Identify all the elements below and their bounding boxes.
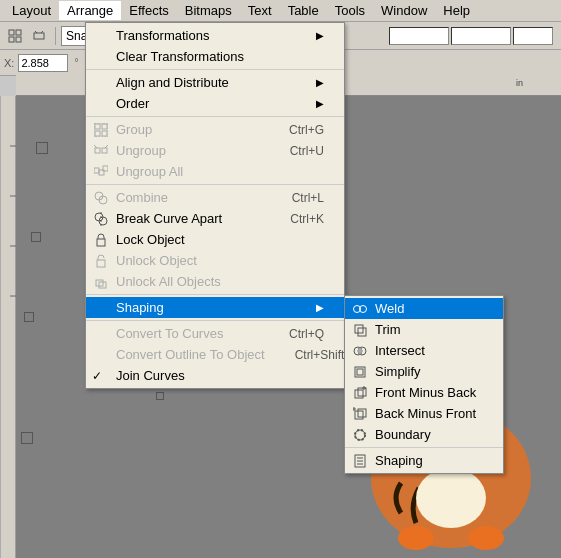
canvas-shape-2 bbox=[31, 232, 41, 242]
canvas-shape-3 bbox=[24, 312, 34, 322]
intersect-icon bbox=[351, 342, 369, 360]
align-distribute-arrow: ▶ bbox=[316, 77, 324, 88]
boundary-icon bbox=[351, 426, 369, 444]
front-minus-back-label: Front Minus Back bbox=[375, 385, 476, 400]
group-label: Group bbox=[116, 122, 152, 137]
submenu-boundary[interactable]: Boundary bbox=[345, 424, 503, 445]
ungroup-label: Ungroup bbox=[116, 143, 166, 158]
clear-transformations-label: Clear Transformations bbox=[116, 49, 244, 64]
submenu-back-minus-front[interactable]: Back Minus Front bbox=[345, 403, 503, 424]
trim-icon bbox=[351, 321, 369, 339]
coord-x-unit: ° bbox=[74, 57, 78, 68]
ruler-input-3 bbox=[513, 27, 553, 45]
submenu-weld[interactable]: Weld bbox=[345, 298, 503, 319]
menu-convert-outline[interactable]: Convert Outline To Object Ctrl+Shift+Q bbox=[86, 344, 344, 365]
menu-break-curve[interactable]: Break Curve Apart Ctrl+K bbox=[86, 208, 344, 229]
svg-point-73 bbox=[355, 430, 365, 440]
menu-table[interactable]: Table bbox=[280, 1, 327, 20]
menu-ungroup-all[interactable]: Ungroup All bbox=[86, 161, 344, 182]
lock-icon bbox=[92, 231, 110, 249]
sep-5 bbox=[86, 320, 344, 321]
intersect-label: Intersect bbox=[375, 343, 425, 358]
menu-layout[interactable]: Layout bbox=[4, 1, 59, 20]
coord-x-icon: X: bbox=[4, 57, 14, 69]
menu-shaping[interactable]: Shaping ▶ Weld Trim bbox=[86, 297, 344, 318]
sep-4 bbox=[86, 294, 344, 295]
svg-rect-37 bbox=[102, 124, 107, 129]
menu-combine[interactable]: Combine Ctrl+L bbox=[86, 187, 344, 208]
shaping-arrow: ▶ bbox=[316, 302, 324, 313]
front-minus-back-icon bbox=[351, 384, 369, 402]
menu-arrange[interactable]: Arrange bbox=[59, 1, 121, 20]
submenu-shaping-panel[interactable]: Shaping bbox=[345, 450, 503, 471]
ruler-input-2 bbox=[451, 27, 511, 45]
menu-tools[interactable]: Tools bbox=[327, 1, 373, 20]
svg-text:in: in bbox=[516, 78, 523, 88]
toolbar-btn-1[interactable] bbox=[4, 25, 26, 47]
menu-align-distribute[interactable]: Align and Distribute ▶ bbox=[86, 72, 344, 93]
group-icon bbox=[92, 121, 110, 139]
svg-rect-59 bbox=[355, 325, 363, 333]
svg-rect-45 bbox=[94, 168, 99, 173]
simplify-label: Simplify bbox=[375, 364, 421, 379]
canvas-shape-5 bbox=[156, 392, 164, 400]
menu-lock-object[interactable]: Lock Object bbox=[86, 229, 344, 250]
svg-rect-39 bbox=[102, 131, 107, 136]
left-ruler bbox=[0, 96, 16, 558]
sep-1 bbox=[55, 27, 56, 45]
menu-transformations[interactable]: Transformations ▶ bbox=[86, 25, 344, 46]
svg-rect-38 bbox=[95, 131, 100, 136]
menu-ungroup[interactable]: Ungroup Ctrl+U bbox=[86, 140, 344, 161]
svg-rect-40 bbox=[94, 123, 108, 137]
svg-rect-0 bbox=[9, 30, 14, 35]
transformations-arrow: ▶ bbox=[316, 30, 324, 41]
combine-label: Combine bbox=[116, 190, 168, 205]
shaping-panel-icon bbox=[351, 452, 369, 470]
arrange-menu: Transformations ▶ Clear Transformations … bbox=[85, 22, 345, 389]
shaping-panel-label: Shaping bbox=[375, 453, 423, 468]
menu-group[interactable]: Group Ctrl+G bbox=[86, 119, 344, 140]
menu-help[interactable]: Help bbox=[435, 1, 478, 20]
svg-rect-66 bbox=[358, 388, 366, 396]
svg-rect-69 bbox=[355, 411, 363, 419]
combine-shortcut: Ctrl+L bbox=[292, 191, 324, 205]
ungroup-all-icon bbox=[92, 163, 110, 181]
menu-join-curves[interactable]: ✓ Join Curves bbox=[86, 365, 344, 386]
break-curve-shortcut: Ctrl+K bbox=[290, 212, 324, 226]
join-curves-label: Join Curves bbox=[116, 368, 185, 383]
menu-window[interactable]: Window bbox=[373, 1, 435, 20]
toolbar-btn-2[interactable] bbox=[28, 25, 50, 47]
sep-3 bbox=[86, 184, 344, 185]
menu-bitmaps[interactable]: Bitmaps bbox=[177, 1, 240, 20]
svg-rect-36 bbox=[95, 124, 100, 129]
coord-x-value: 2.858 bbox=[21, 57, 49, 69]
svg-rect-53 bbox=[97, 239, 105, 246]
submenu-trim[interactable]: Trim bbox=[345, 319, 503, 340]
coord-x-field[interactable]: 2.858 bbox=[18, 54, 68, 72]
svg-point-33 bbox=[416, 468, 486, 528]
convert-curves-shortcut: Ctrl+Q bbox=[289, 327, 324, 341]
svg-rect-60 bbox=[358, 328, 366, 336]
menu-clear-transformations[interactable]: Clear Transformations bbox=[86, 46, 344, 67]
submenu-front-minus-back[interactable]: Front Minus Back bbox=[345, 382, 503, 403]
menu-unlock-object[interactable]: Unlock Object bbox=[86, 250, 344, 271]
menu-effects[interactable]: Effects bbox=[121, 1, 177, 20]
shaping-sep bbox=[345, 447, 503, 448]
svg-rect-2 bbox=[9, 37, 14, 42]
canvas-shape-4 bbox=[21, 432, 33, 444]
svg-rect-3 bbox=[16, 37, 21, 42]
menu-unlock-all[interactable]: Unlock All Objects bbox=[86, 271, 344, 292]
boundary-label: Boundary bbox=[375, 427, 431, 442]
break-curve-icon bbox=[92, 210, 110, 228]
menu-convert-curves[interactable]: Convert To Curves Ctrl+Q bbox=[86, 323, 344, 344]
submenu-simplify[interactable]: Simplify bbox=[345, 361, 503, 382]
menu-text[interactable]: Text bbox=[240, 1, 280, 20]
combine-icon bbox=[92, 189, 110, 207]
sep-1 bbox=[86, 69, 344, 70]
menubar: Layout Arrange Effects Bitmaps Text Tabl… bbox=[0, 0, 561, 22]
menu-order[interactable]: Order ▶ bbox=[86, 93, 344, 114]
submenu-intersect[interactable]: Intersect bbox=[345, 340, 503, 361]
unlock-all-icon bbox=[92, 273, 110, 291]
back-minus-front-label: Back Minus Front bbox=[375, 406, 476, 421]
lock-object-label: Lock Object bbox=[116, 232, 185, 247]
